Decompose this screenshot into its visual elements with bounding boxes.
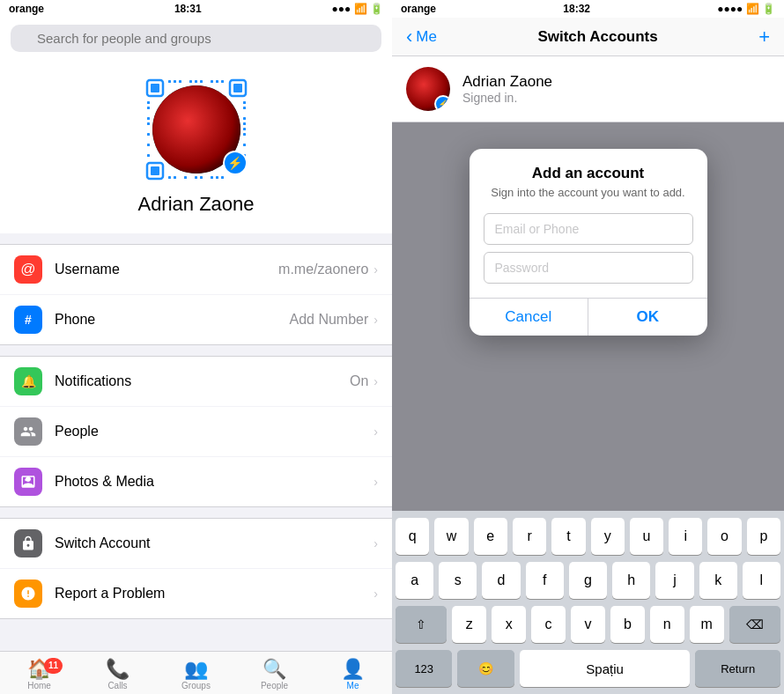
username-icon: @ <box>14 255 42 284</box>
report-label: Report a Problem <box>55 586 374 602</box>
status-bar-right: orange 18:32 ●●●● 📶 🔋 <box>392 0 784 18</box>
svg-rect-28 <box>147 133 150 136</box>
svg-rect-3 <box>230 80 246 96</box>
key-r[interactable]: r <box>513 518 546 555</box>
key-k[interactable]: k <box>699 562 737 599</box>
tab-calls-label: Calls <box>107 681 127 690</box>
dialog-inputs <box>470 203 707 298</box>
space-key[interactable]: Spațiu <box>520 650 690 687</box>
key-j[interactable]: j <box>655 562 693 599</box>
key-m[interactable]: m <box>690 606 724 643</box>
shift-key[interactable]: ⇧ <box>396 606 447 643</box>
nav-bar: ‹ Me Switch Accounts + <box>392 18 784 56</box>
key-v[interactable]: v <box>571 606 605 643</box>
svg-rect-21 <box>211 176 213 179</box>
dialog-title: Add an account <box>484 165 693 182</box>
phone-icon: # <box>14 306 42 334</box>
key-q[interactable]: q <box>396 518 429 555</box>
people-icon <box>14 417 42 446</box>
key-f[interactable]: f <box>526 562 564 599</box>
keyboard: q w e r t y u i o p a s d f g h j k l ⇧ … <box>392 511 784 694</box>
key-h[interactable]: h <box>612 562 650 599</box>
svg-rect-12 <box>200 80 203 83</box>
phone-chevron-icon: › <box>374 313 378 327</box>
key-p[interactable]: p <box>747 518 780 555</box>
tab-me[interactable]: 👤 Me <box>314 656 392 690</box>
profile-name: Adrian Zaone <box>137 193 254 216</box>
svg-rect-22 <box>216 176 218 179</box>
avatar-wrapper: ⚡ <box>144 77 249 182</box>
backspace-key[interactable]: ⌫ <box>729 606 780 643</box>
tab-groups[interactable]: 👥 Groups <box>157 656 235 690</box>
key-a[interactable]: a <box>396 562 433 599</box>
right-panel: orange 18:32 ●●●● 📶 🔋 ‹ Me Switch Accoun… <box>392 0 784 694</box>
svg-rect-5 <box>147 163 163 179</box>
messenger-badge-icon: ⚡ <box>223 151 248 175</box>
settings-group-2: 🔔 Notifications On › People › Photos & M… <box>0 356 392 507</box>
key-x[interactable]: x <box>492 606 526 643</box>
key-g[interactable]: g <box>569 562 607 599</box>
settings-row-phone[interactable]: # Phone Add Number › <box>0 295 392 344</box>
time-left: 18:31 <box>174 3 202 15</box>
key-u[interactable]: u <box>630 518 663 555</box>
settings-row-notifications[interactable]: 🔔 Notifications On › <box>0 357 392 407</box>
report-icon <box>14 580 42 608</box>
phone-value: Add Number <box>290 312 369 328</box>
svg-rect-32 <box>243 107 246 109</box>
nav-back-button[interactable]: ‹ Me <box>406 26 437 48</box>
tab-calls[interactable]: 📞 Calls <box>78 656 157 690</box>
home-badge: 11 <box>44 658 63 674</box>
cancel-button[interactable]: Cancel <box>470 299 589 336</box>
key-b[interactable]: b <box>610 606 645 643</box>
svg-rect-30 <box>147 154 150 157</box>
nav-add-button[interactable]: + <box>758 26 770 48</box>
key-s[interactable]: s <box>439 562 477 599</box>
emoji-key[interactable]: 😊 <box>457 650 514 687</box>
key-w[interactable]: w <box>434 518 468 555</box>
numbers-key[interactable]: 123 <box>396 650 452 687</box>
svg-rect-24 <box>147 101 150 104</box>
photos-icon <box>14 468 42 496</box>
keyboard-row-3: ⇧ z x c v b n m ⌫ <box>392 606 784 643</box>
notifications-icon: 🔔 <box>14 367 42 395</box>
username-chevron-icon: › <box>374 262 378 277</box>
password-input[interactable] <box>484 252 693 284</box>
email-phone-input[interactable] <box>484 213 693 245</box>
return-key[interactable]: Return <box>695 650 780 687</box>
settings-row-username[interactable]: @ Username m.me/zaonero › <box>0 245 392 295</box>
ok-button[interactable]: OK <box>588 299 707 336</box>
keyboard-row-4: 123 😊 Spațiu Return <box>392 650 784 687</box>
keyboard-row-1: q w e r t y u i o p <box>392 518 784 555</box>
key-y[interactable]: y <box>591 518 625 555</box>
key-t[interactable]: t <box>551 518 585 555</box>
key-c[interactable]: c <box>531 606 566 643</box>
settings-row-people[interactable]: People › <box>0 407 392 457</box>
svg-rect-35 <box>243 128 246 130</box>
photos-chevron-icon: › <box>374 475 378 489</box>
username-value: m.me/zaonero <box>278 262 368 277</box>
tab-home[interactable]: 🏠 11 Home <box>0 656 78 690</box>
key-i[interactable]: i <box>669 518 702 555</box>
svg-rect-6 <box>151 166 159 175</box>
nav-back-label: Me <box>416 28 437 46</box>
key-d[interactable]: d <box>482 562 520 599</box>
tab-groups-label: Groups <box>181 681 211 690</box>
add-account-dialog: Add an account Sign into the account you… <box>470 149 707 336</box>
groups-icon: 👥 <box>184 660 208 679</box>
search-wrapper[interactable] <box>11 25 381 52</box>
settings-row-photos[interactable]: Photos & Media › <box>0 457 392 506</box>
key-e[interactable]: e <box>474 518 507 555</box>
svg-rect-36 <box>243 133 246 136</box>
key-l[interactable]: l <box>743 562 780 599</box>
key-o[interactable]: o <box>707 518 741 555</box>
key-z[interactable]: z <box>452 606 486 643</box>
key-n[interactable]: n <box>650 606 684 643</box>
tab-people[interactable]: 🔍 People <box>235 656 314 690</box>
search-input[interactable] <box>11 25 381 52</box>
dialog-buttons: Cancel OK <box>470 298 707 336</box>
account-row[interactable]: ⚡ Adrian Zaone Signed in. <box>392 56 784 122</box>
svg-rect-10 <box>189 80 192 83</box>
settings-row-switch-account[interactable]: Switch Account › <box>0 519 392 569</box>
settings-row-report[interactable]: Report a Problem › <box>0 569 392 618</box>
svg-rect-29 <box>147 144 150 146</box>
